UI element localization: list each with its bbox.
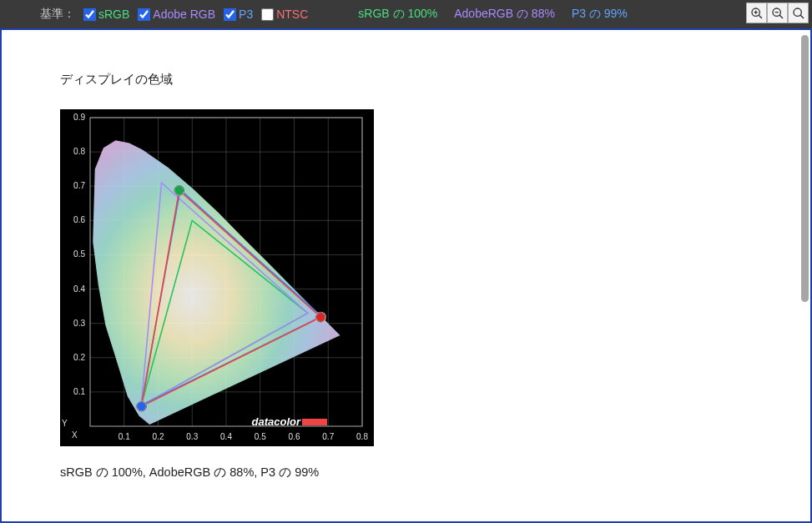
svg-line-5: [779, 15, 783, 18]
checkbox-ntsc-input[interactable]: [261, 8, 274, 21]
svg-point-7: [794, 8, 801, 16]
stat-srgb: sRGB の 100%: [358, 7, 437, 22]
reference-controls: 基準： sRGB Adobe RGB P3 NTSC: [40, 7, 308, 22]
checkbox-adobe-label: Adobe RGB: [153, 8, 215, 21]
svg-text:0.1: 0.1: [73, 387, 85, 396]
zoom-out-icon: [771, 7, 784, 20]
svg-text:0.1: 0.1: [119, 432, 130, 441]
scroll-thumb[interactable]: [801, 35, 809, 302]
zoom-in-icon: [750, 7, 764, 20]
svg-text:0.8: 0.8: [73, 147, 85, 156]
chart-svg: 0.10.20.30.40.50.60.70.80.10.20.30.40.50…: [60, 109, 374, 446]
svg-text:0.7: 0.7: [322, 432, 334, 441]
svg-text:0.5: 0.5: [73, 249, 85, 259]
svg-text:0.6: 0.6: [289, 432, 300, 441]
svg-text:0.3: 0.3: [186, 432, 198, 441]
axis-label-x: X: [72, 430, 78, 440]
svg-text:0.3: 0.3: [73, 319, 85, 328]
viewport: ディスプレイの色域 0.10.20.30.40.50.60.70.80.10.2…: [0, 28, 812, 523]
page-title: ディスプレイの色域: [60, 72, 752, 88]
zoom-in-button[interactable]: [746, 3, 767, 23]
content: ディスプレイの色域 0.10.20.30.40.50.60.70.80.10.2…: [2, 30, 810, 522]
chart-caption: sRGB の 100%, AdobeRGB の 88%, P3 の 99%: [60, 465, 752, 480]
svg-line-1: [759, 15, 762, 18]
checkbox-adobe[interactable]: Adobe RGB: [138, 8, 215, 21]
svg-text:0.7: 0.7: [73, 181, 85, 190]
svg-text:0.4: 0.4: [220, 432, 232, 441]
toolbar: 基準： sRGB Adobe RGB P3 NTSC sRGB の 100% A…: [0, 0, 812, 28]
svg-text:0.8: 0.8: [356, 432, 368, 441]
reference-label: 基準：: [40, 7, 75, 22]
zoom-out-button[interactable]: [767, 3, 788, 23]
svg-text:0.2: 0.2: [153, 432, 164, 441]
checkbox-srgb-input[interactable]: [83, 8, 96, 21]
checkbox-ntsc-label: NTSC: [276, 8, 308, 21]
checkbox-srgb-label: sRGB: [98, 8, 129, 21]
svg-text:0.9: 0.9: [73, 113, 85, 122]
svg-text:0.2: 0.2: [73, 353, 85, 362]
checkbox-p3-input[interactable]: [224, 8, 236, 21]
checkbox-adobe-input[interactable]: [138, 8, 150, 21]
zoom-reset-icon: [792, 7, 805, 20]
stat-adobe: AdobeRGB の 88%: [454, 7, 555, 22]
brand-bar-icon: [302, 419, 327, 425]
stat-p3: P3 の 99%: [572, 7, 628, 22]
zoom-reset-button[interactable]: [788, 3, 809, 23]
svg-text:0.4: 0.4: [73, 284, 85, 294]
brand-logo: datacolor: [251, 415, 327, 428]
svg-text:0.5: 0.5: [255, 432, 266, 441]
toolbar-stats: sRGB の 100% AdobeRGB の 88% P3 の 99%: [358, 7, 628, 22]
checkbox-p3-label: P3: [239, 8, 253, 21]
checkbox-srgb[interactable]: sRGB: [83, 8, 129, 21]
svg-line-8: [800, 15, 804, 18]
scrollbar[interactable]: [799, 30, 810, 521]
brand-text: datacolor: [251, 415, 300, 428]
axis-label-y: Y: [62, 419, 68, 428]
checkbox-ntsc[interactable]: NTSC: [261, 8, 308, 21]
checkbox-p3[interactable]: P3: [224, 8, 253, 21]
zoom-controls: [746, 3, 809, 23]
chromaticity-chart: 0.10.20.30.40.50.60.70.80.10.20.30.40.50…: [60, 109, 374, 446]
svg-text:0.6: 0.6: [73, 215, 85, 224]
